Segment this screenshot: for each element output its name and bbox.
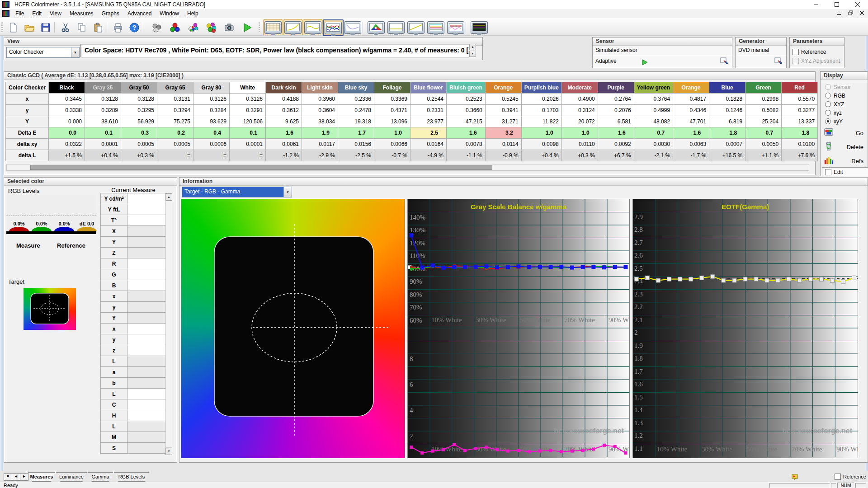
chevron-down-icon[interactable]: ▼ — [283, 187, 292, 197]
table-cell: 47.701 — [673, 116, 709, 127]
chevron-down-icon[interactable]: ▼ — [71, 47, 79, 57]
menu-edit[interactable]: Edit — [28, 9, 46, 18]
table-cell: 13.337 — [782, 116, 818, 127]
open-folder-button[interactable] — [22, 20, 37, 35]
luminance-log-view-button[interactable] — [406, 19, 426, 35]
table-cell: 0.0030 — [634, 139, 673, 150]
sensor-panel: Sensor Simulated sensor Adaptive — [592, 37, 732, 68]
menu-help[interactable]: Help — [183, 9, 203, 18]
measures-table-view-button[interactable] — [263, 19, 283, 35]
parameter-reference[interactable]: Reference — [793, 47, 844, 56]
radio[interactable] — [825, 118, 831, 124]
refs-button[interactable]: Refs — [824, 155, 863, 167]
sensor-config-icon[interactable] — [720, 57, 728, 69]
mdi-restore-icon[interactable] — [848, 10, 853, 17]
capture-button[interactable] — [222, 20, 237, 35]
reference-toggle[interactable]: Reference — [835, 474, 866, 480]
menu-measures[interactable]: Measures — [66, 9, 98, 18]
close-icon[interactable] — [847, 0, 868, 9]
radio[interactable] — [825, 110, 831, 116]
table-cell: 0.000 — [49, 116, 85, 127]
toolbar-grip[interactable] — [1, 22, 3, 33]
edit-checkbox[interactable] — [825, 169, 831, 175]
column-header: Orange — [485, 82, 521, 94]
measure-row-label: R — [100, 258, 127, 269]
menu-view[interactable]: View — [46, 9, 66, 18]
minimize-icon[interactable] — [806, 0, 826, 9]
sensor-run-icon[interactable] — [642, 58, 648, 70]
table-hscrollbar-thumb[interactable] — [30, 165, 492, 170]
contrast-view-button[interactable] — [386, 19, 406, 35]
view-selector[interactable]: Color Checker ▼ — [6, 47, 80, 58]
paste-button[interactable] — [90, 20, 106, 35]
display-radio-xyz[interactable]: XYZ — [825, 100, 868, 108]
colorchecker-measure-button[interactable] — [203, 20, 219, 35]
svg-text:90% White: 90% White — [609, 316, 629, 324]
tab-measures[interactable]: Measures — [28, 472, 55, 482]
spinner-up-icon[interactable]: ▲ — [469, 44, 476, 50]
row-label: delta L — [6, 150, 49, 161]
saturation-view-button[interactable] — [446, 19, 466, 35]
tab-gamma[interactable]: Gamma — [88, 472, 113, 482]
current-measure-row: T° — [100, 215, 167, 226]
display-radio-rgb[interactable]: RGB — [825, 91, 868, 100]
edit-toggle[interactable]: Edit — [822, 167, 868, 177]
scroll-up-icon[interactable]: ▲ — [165, 193, 172, 201]
generator-config-icon[interactable] — [774, 57, 783, 66]
mdi-close-icon[interactable] — [859, 10, 864, 17]
measure-row-value — [127, 366, 167, 378]
primaries-measure-button[interactable] — [167, 20, 183, 35]
toolbar-grip[interactable] — [259, 22, 260, 33]
current-measure-scrollbar[interactable]: ▲ ▼ — [165, 193, 172, 454]
secondaries-measure-button[interactable] — [185, 20, 201, 35]
new-document-button[interactable] — [5, 20, 21, 35]
display-radio-xyy[interactable]: xyY — [825, 117, 868, 126]
radio[interactable] — [825, 101, 831, 107]
spinner-down-icon[interactable]: ▼ — [469, 51, 476, 57]
save-button[interactable] — [38, 20, 53, 35]
tab-rgb-levels[interactable]: RGB Levels — [114, 472, 149, 482]
luminance-view-button[interactable] — [283, 19, 303, 35]
go-button[interactable]: Go — [824, 127, 863, 139]
table-cell: 0.3369 — [374, 94, 410, 105]
menu-graphs[interactable]: Graphs — [98, 9, 123, 18]
tab-prev-icon[interactable]: ◄ — [12, 473, 20, 481]
reference-checkbox[interactable] — [835, 474, 841, 480]
run-measures-button[interactable] — [240, 20, 255, 35]
scroll-down-icon[interactable]: ▼ — [165, 448, 172, 455]
tab-close-icon[interactable]: ✕ — [4, 473, 12, 481]
tab-luminance[interactable]: Luminance — [56, 472, 87, 482]
nearblack-view-button[interactable] — [343, 19, 363, 35]
print-button[interactable] — [110, 20, 126, 35]
cie-chart-view-button[interactable] — [366, 19, 386, 35]
cut-button[interactable] — [58, 20, 73, 35]
free-measures-button[interactable] — [149, 20, 165, 35]
menu-advanced[interactable]: Advanced — [123, 9, 156, 18]
current-measure-row: L — [100, 388, 167, 399]
status-cell — [855, 483, 866, 488]
display-radio-xyz[interactable]: xyz — [825, 108, 868, 117]
mdi-minimize-icon[interactable] — [837, 10, 842, 17]
color-temperature-view-button[interactable] — [426, 19, 446, 35]
checkbox[interactable] — [793, 49, 799, 55]
rgb-levels-minichart: 0.0%0.0%0.0%dE 0.0 — [6, 195, 96, 234]
table-cell: 0.0092 — [598, 139, 634, 150]
delete-button[interactable]: Delete — [824, 141, 863, 153]
gamut-dark-view-button[interactable] — [469, 19, 489, 35]
copy-button[interactable] — [74, 20, 90, 35]
maximize-icon[interactable] — [826, 0, 847, 9]
measure-row-value — [127, 356, 167, 367]
gamma-view-button[interactable] — [303, 19, 323, 35]
current-measure-row: M — [100, 432, 167, 443]
menu-window[interactable]: Window — [156, 9, 183, 18]
tab-next-icon[interactable]: ► — [20, 473, 28, 481]
table-hscrollbar[interactable] — [6, 164, 809, 171]
rgb-levels-label: RGB Levels — [8, 188, 39, 194]
help-button[interactable]: ? — [127, 20, 142, 35]
information-selector[interactable]: Target - RGB - Gamma ▼ — [182, 187, 292, 197]
notification-icon[interactable] — [791, 473, 798, 481]
radio[interactable] — [825, 93, 831, 99]
refs-icon — [824, 155, 834, 167]
rgb-levels-view-button[interactable] — [323, 19, 344, 36]
menu-file[interactable]: File — [11, 9, 28, 18]
